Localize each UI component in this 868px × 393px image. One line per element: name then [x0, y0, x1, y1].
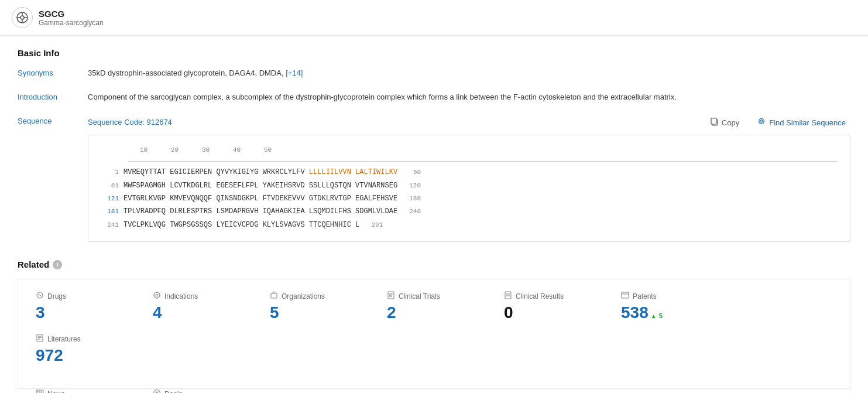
seq-text-1: MVREQYTTAT EGICIERPEN QYVYKIGIYG WRKRCLY… [123, 166, 397, 178]
related-item-patents-header: Patents [621, 291, 657, 301]
related-item-drugs[interactable]: Drugs 3 [36, 291, 129, 322]
clinical-trials-count: 2 [387, 303, 396, 322]
organizations-label: Organizations [282, 292, 325, 300]
literatures-label: Literatures [47, 335, 81, 343]
seq-end-3: 180 [397, 193, 421, 204]
seq-text-4: TPLVRADPFQ DLRLESPTRS LSMDAPRGVH IQAHAGK… [123, 206, 397, 217]
ruler-20: 20 [159, 145, 190, 156]
related-item-clinical-trials[interactable]: Clinical Trials 2 [387, 291, 481, 322]
introduction-label: Introduction [18, 91, 88, 101]
patents-arrow-icon: ▲ [651, 313, 657, 319]
indications-icon [153, 291, 161, 301]
patents-icon [621, 291, 629, 301]
seq-start-2: 61 [100, 180, 123, 192]
app-icon [12, 7, 33, 28]
related-grid: Drugs 3 Indications 4 [18, 279, 850, 389]
synonyms-text: 35kD dystrophin-associated glycoprotein,… [88, 69, 286, 77]
related-item-organizations-header: Organizations [270, 291, 325, 301]
sequence-code-link[interactable]: Sequence Code: 912674 [88, 117, 172, 129]
seq-start-5: 241 [100, 220, 123, 231]
main-content: Basic Info Synonyms 35kD dystrophin-asso… [0, 36, 868, 393]
seq-text-5: TVCLPKLVQG TWGPSGSSQS LYEICVCPDG KLYLSVA… [123, 219, 359, 231]
related-item-news-header: News [36, 389, 65, 393]
sequence-row: Sequence Sequence Code: 912674 Copy [18, 115, 850, 242]
literatures-icon [36, 334, 44, 344]
svg-point-15 [156, 294, 158, 296]
copy-icon [711, 118, 719, 128]
related-item-indications[interactable]: Indications 4 [153, 291, 246, 322]
seq-end-5: 291 [359, 220, 383, 231]
clinical-trials-label: Clinical Trials [399, 292, 440, 300]
related-item-literatures-header: Literatures [36, 334, 81, 344]
related-item-patents[interactable]: Patents 538 ▲ 5 [621, 291, 715, 322]
seq-row-1: 1 MVREQYTTAT EGICIERPEN QYVYKIGIYG WRKRC… [100, 166, 838, 178]
related-item-organizations[interactable]: Organizations 5 [270, 291, 363, 322]
seq-end-1: 60 [397, 167, 421, 178]
sequence-actions: Copy Fin [706, 115, 850, 130]
seq-row-3: 121 EVTGRLKVGP KMVEVQNQQF QINSNDGKPL FTV… [100, 193, 838, 204]
svg-point-9 [760, 120, 763, 122]
news-label: News [47, 390, 65, 393]
related-item-clinical-trials-header: Clinical Trials [387, 291, 440, 301]
seq-end-4: 240 [397, 206, 421, 217]
svg-point-1 [20, 16, 24, 19]
svg-rect-25 [505, 292, 511, 299]
clinical-results-icon [504, 291, 512, 301]
clinical-results-count: 0 [504, 303, 513, 322]
synonyms-more-link[interactable]: [+14] [286, 69, 303, 77]
seq-row-4: 181 TPLVRADPFQ DLRLESPTRS LSMDAPRGVH IQA… [100, 206, 838, 217]
copy-button[interactable]: Copy [706, 115, 744, 130]
find-similar-button[interactable]: Find Similar Sequence [753, 115, 850, 130]
related-item-clinical-results[interactable]: Clinical Results 0 [504, 291, 598, 322]
seq-end-2: 120 [397, 180, 421, 192]
ruler-40: 40 [221, 145, 252, 156]
literatures-count: 972 [36, 346, 63, 365]
ruler-10: 10 [128, 145, 159, 156]
protein-name: SGCG [39, 9, 104, 19]
drugs-label: Drugs [47, 292, 66, 300]
related-item-drugs-header: Drugs [36, 291, 66, 301]
ruler-50: 50 [252, 145, 283, 156]
svg-rect-20 [271, 293, 277, 298]
related-title-row: Related i [18, 259, 850, 269]
related-section: Related i Drugs 3 [18, 259, 850, 393]
seq-text-2: MWFSPAGMGH LCVTKDGLRL EGESEFLFPL YAKEIHS… [123, 180, 397, 192]
svg-rect-7 [711, 118, 716, 124]
related-item-clinical-results-header: Clinical Results [504, 291, 564, 301]
related-info-icon[interactable]: i [53, 260, 62, 269]
clinical-results-label: Clinical Results [516, 292, 564, 300]
sequence-value: Sequence Code: 912674 Copy [88, 115, 850, 242]
find-similar-label: Find Similar Sequence [769, 118, 846, 127]
svg-point-14 [154, 292, 160, 298]
related-item-literatures[interactable]: Literatures 972 [36, 334, 129, 365]
svg-rect-28 [622, 292, 629, 298]
synonyms-value: 35kD dystrophin-associated glycoprotein,… [88, 67, 850, 80]
organizations-count: 5 [270, 303, 279, 322]
related-item-deals[interactable]: Deals 1 [153, 389, 246, 393]
related-item-indications-header: Indications [153, 291, 198, 301]
protein-subtitle: Gamma-sarcoglycan [39, 19, 104, 27]
indications-count: 4 [153, 303, 162, 322]
related-title: Related [18, 259, 49, 269]
deals-icon [153, 389, 161, 393]
synonyms-label: Synonyms [18, 67, 88, 77]
synonyms-row: Synonyms 35kD dystrophin-associated glyc… [18, 67, 850, 80]
related-grid-2: News 4 ▲ 1 Deals 1 [18, 389, 850, 393]
sequence-label: Sequence [18, 115, 88, 125]
organizations-icon [270, 291, 278, 301]
deals-label: Deals [164, 390, 183, 393]
drugs-icon [36, 291, 44, 301]
related-item-news[interactable]: News 4 ▲ 1 [36, 389, 129, 393]
seq-row-5: 241 TVCLPKLVQG TWGPSGSSQS LYEICVCPDG KLY… [100, 219, 838, 231]
seq-start-4: 181 [100, 206, 123, 217]
patents-count: 538 [621, 303, 649, 322]
clinical-trials-icon [387, 291, 395, 301]
ruler-30: 30 [190, 145, 221, 156]
patents-label: Patents [633, 292, 657, 300]
app-header: SGCG Gamma-sarcoglycan [0, 0, 868, 36]
seq-start-1: 1 [100, 167, 123, 178]
drugs-count: 3 [36, 303, 45, 322]
related-item-deals-header: Deals [153, 389, 183, 393]
seq-text-3: EVTGRLKVGP KMVEVQNQQF QINSNDGKPL FTVDEKE… [123, 193, 397, 204]
sequence-header: Sequence Code: 912674 Copy [88, 115, 850, 130]
